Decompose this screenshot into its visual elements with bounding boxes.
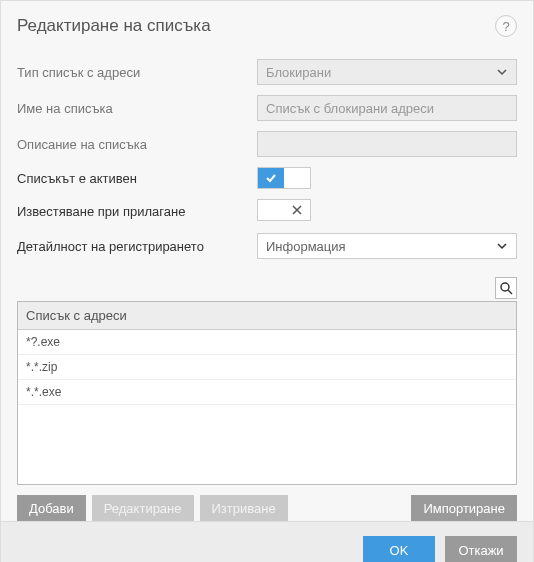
input-list-name: Списък с блокирани адреси <box>257 95 517 121</box>
help-icon: ? <box>502 19 509 34</box>
search-icon <box>499 281 513 295</box>
address-list: Списък с адреси *?.exe*.*.zip*.*.exe <box>17 301 517 485</box>
label-verbosity: Детайлност на регистрирането <box>17 239 257 254</box>
chevron-down-icon <box>496 66 508 78</box>
select-verbosity[interactable]: Информация <box>257 233 517 259</box>
chevron-down-icon <box>496 240 508 252</box>
select-verbosity-value: Информация <box>266 239 346 254</box>
row-active: Списъкът е активен <box>17 167 517 189</box>
dialog-footer: OK Откажи <box>1 521 533 562</box>
label-list-name: Име на списъка <box>17 101 257 116</box>
svg-line-1 <box>508 290 512 294</box>
input-list-name-value: Списък с блокирани адреси <box>266 101 434 116</box>
list-item[interactable]: *.*.zip <box>18 355 516 380</box>
edit-button: Редактиране <box>92 495 194 521</box>
dialog: Редактиране на списъка ? Тип списък с ад… <box>0 0 534 562</box>
row-notify: Известяване при прилагане <box>17 199 517 223</box>
input-list-desc <box>257 131 517 157</box>
svg-point-0 <box>501 283 509 291</box>
add-button[interactable]: Добави <box>17 495 86 521</box>
row-list-type: Тип списък с адреси Блокирани <box>17 59 517 85</box>
search-button[interactable] <box>495 277 517 299</box>
ok-button[interactable]: OK <box>363 536 435 562</box>
label-list-desc: Описание на списъка <box>17 137 257 152</box>
cancel-button[interactable]: Откажи <box>445 536 517 562</box>
delete-button: Изтриване <box>200 495 288 521</box>
toggle-active[interactable] <box>257 167 311 189</box>
list-item[interactable]: *?.exe <box>18 330 516 355</box>
x-icon <box>284 200 310 220</box>
toggle-notify[interactable] <box>257 199 311 221</box>
list-body: *?.exe*.*.zip*.*.exe <box>18 330 516 484</box>
list-item[interactable]: *.*.exe <box>18 380 516 405</box>
row-verbosity: Детайлност на регистрирането Информация <box>17 233 517 259</box>
list-header: Списък с адреси <box>18 302 516 330</box>
import-button[interactable]: Импортиране <box>411 495 517 521</box>
help-button[interactable]: ? <box>495 15 517 37</box>
check-icon <box>258 168 284 188</box>
row-list-name: Име на списъка Списък с блокирани адреси <box>17 95 517 121</box>
dialog-header: Редактиране на списъка ? <box>1 1 533 47</box>
select-list-type-value: Блокирани <box>266 65 331 80</box>
dialog-title: Редактиране на списъка <box>17 16 211 36</box>
list-button-row: Добави Редактиране Изтриване Импортиране <box>17 495 517 521</box>
label-list-type: Тип списък с адреси <box>17 65 257 80</box>
select-list-type: Блокирани <box>257 59 517 85</box>
label-active: Списъкът е активен <box>17 171 257 186</box>
list-area: Списък с адреси *?.exe*.*.zip*.*.exe <box>17 277 517 485</box>
label-notify: Известяване при прилагане <box>17 204 257 219</box>
form: Тип списък с адреси Блокирани Име на спи… <box>1 59 533 269</box>
row-list-desc: Описание на списъка <box>17 131 517 157</box>
